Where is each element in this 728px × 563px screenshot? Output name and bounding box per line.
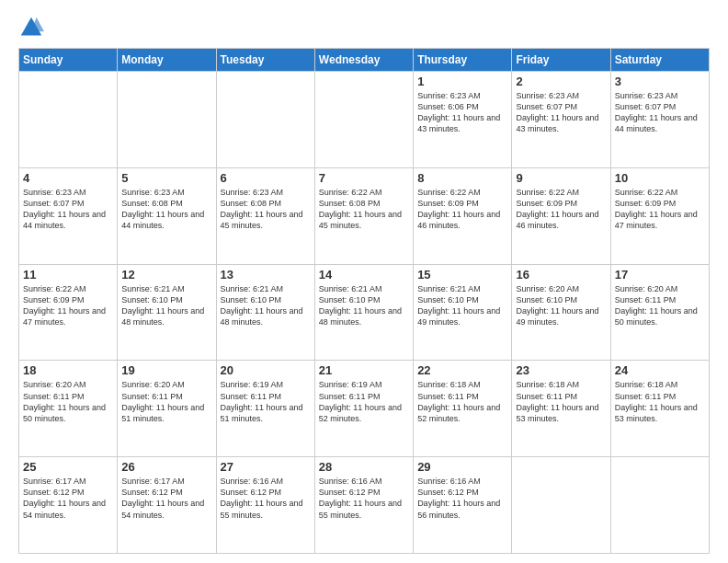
cell-sun-info: Sunrise: 6:16 AM Sunset: 6:12 PM Dayligh… (319, 476, 409, 521)
cell-sun-info: Sunrise: 6:19 AM Sunset: 6:11 PM Dayligh… (221, 379, 311, 424)
weekday-header-row: SundayMondayTuesdayWednesdayThursdayFrid… (19, 49, 710, 72)
cell-day-number: 17 (615, 268, 705, 282)
calendar-cell: 12Sunrise: 6:21 AM Sunset: 6:10 PM Dayli… (118, 264, 216, 361)
cell-day-number: 23 (516, 363, 606, 377)
calendar-cell: 27Sunrise: 6:16 AM Sunset: 6:12 PM Dayli… (216, 457, 314, 554)
cell-sun-info: Sunrise: 6:18 AM Sunset: 6:11 PM Dayligh… (516, 379, 606, 424)
calendar-cell: 20Sunrise: 6:19 AM Sunset: 6:11 PM Dayli… (216, 361, 314, 457)
cell-sun-info: Sunrise: 6:23 AM Sunset: 6:08 PM Dayligh… (121, 187, 211, 232)
cell-day-number: 15 (417, 268, 507, 282)
weekday-header: Saturday (610, 49, 709, 72)
calendar-cell: 18Sunrise: 6:20 AM Sunset: 6:11 PM Dayli… (19, 361, 118, 457)
cell-day-number: 28 (319, 460, 409, 474)
cell-day-number: 9 (516, 171, 606, 185)
calendar-cell: 26Sunrise: 6:17 AM Sunset: 6:12 PM Dayli… (118, 457, 216, 554)
cell-sun-info: Sunrise: 6:23 AM Sunset: 6:08 PM Dayligh… (221, 187, 311, 232)
cell-sun-info: Sunrise: 6:21 AM Sunset: 6:10 PM Dayligh… (319, 283, 409, 328)
cell-sun-info: Sunrise: 6:22 AM Sunset: 6:09 PM Dayligh… (23, 283, 113, 328)
cell-sun-info: Sunrise: 6:18 AM Sunset: 6:11 PM Dayligh… (615, 379, 705, 424)
calendar-cell: 19Sunrise: 6:20 AM Sunset: 6:11 PM Dayli… (118, 361, 216, 457)
cell-sun-info: Sunrise: 6:22 AM Sunset: 6:09 PM Dayligh… (417, 187, 507, 232)
calendar-week-row: 11Sunrise: 6:22 AM Sunset: 6:09 PM Dayli… (19, 264, 710, 361)
cell-day-number: 6 (221, 171, 311, 185)
logo (18, 15, 48, 40)
cell-day-number: 2 (516, 75, 606, 88)
cell-sun-info: Sunrise: 6:19 AM Sunset: 6:11 PM Dayligh… (319, 379, 409, 424)
weekday-header: Thursday (414, 49, 512, 72)
page: SundayMondayTuesdayWednesdayThursdayFrid… (0, 0, 728, 563)
cell-sun-info: Sunrise: 6:22 AM Sunset: 6:09 PM Dayligh… (615, 187, 705, 232)
calendar-week-row: 4Sunrise: 6:23 AM Sunset: 6:07 PM Daylig… (19, 167, 710, 264)
calendar-cell: 17Sunrise: 6:20 AM Sunset: 6:11 PM Dayli… (610, 264, 709, 361)
cell-day-number: 11 (23, 268, 113, 282)
cell-day-number: 21 (319, 363, 409, 377)
cell-sun-info: Sunrise: 6:21 AM Sunset: 6:10 PM Dayligh… (221, 283, 311, 328)
cell-sun-info: Sunrise: 6:18 AM Sunset: 6:11 PM Dayligh… (417, 379, 507, 424)
calendar-cell (118, 72, 216, 168)
calendar-cell: 7Sunrise: 6:22 AM Sunset: 6:08 PM Daylig… (314, 167, 413, 264)
calendar-cell: 24Sunrise: 6:18 AM Sunset: 6:11 PM Dayli… (610, 361, 709, 457)
cell-sun-info: Sunrise: 6:23 AM Sunset: 6:07 PM Dayligh… (516, 90, 606, 135)
calendar-cell (216, 72, 314, 168)
cell-sun-info: Sunrise: 6:22 AM Sunset: 6:08 PM Dayligh… (319, 187, 409, 232)
calendar-cell: 3Sunrise: 6:23 AM Sunset: 6:07 PM Daylig… (610, 72, 709, 168)
calendar-week-row: 25Sunrise: 6:17 AM Sunset: 6:12 PM Dayli… (19, 457, 710, 554)
weekday-header: Friday (512, 49, 610, 72)
calendar-cell: 21Sunrise: 6:19 AM Sunset: 6:11 PM Dayli… (314, 361, 413, 457)
calendar-cell: 25Sunrise: 6:17 AM Sunset: 6:12 PM Dayli… (19, 457, 118, 554)
calendar-cell: 2Sunrise: 6:23 AM Sunset: 6:07 PM Daylig… (512, 72, 610, 168)
cell-day-number: 14 (319, 268, 409, 282)
cell-day-number: 7 (319, 171, 409, 185)
cell-sun-info: Sunrise: 6:23 AM Sunset: 6:07 PM Dayligh… (23, 187, 113, 232)
cell-sun-info: Sunrise: 6:21 AM Sunset: 6:10 PM Dayligh… (417, 283, 507, 328)
cell-sun-info: Sunrise: 6:17 AM Sunset: 6:12 PM Dayligh… (23, 476, 113, 521)
cell-day-number: 5 (121, 171, 211, 185)
weekday-header: Monday (118, 49, 216, 72)
calendar-cell: 4Sunrise: 6:23 AM Sunset: 6:07 PM Daylig… (19, 167, 118, 264)
calendar-cell: 11Sunrise: 6:22 AM Sunset: 6:09 PM Dayli… (19, 264, 118, 361)
calendar-cell (19, 72, 118, 168)
calendar-cell: 15Sunrise: 6:21 AM Sunset: 6:10 PM Dayli… (414, 264, 512, 361)
cell-day-number: 20 (221, 363, 311, 377)
cell-day-number: 25 (23, 460, 113, 474)
cell-day-number: 13 (221, 268, 311, 282)
cell-day-number: 16 (516, 268, 606, 282)
cell-sun-info: Sunrise: 6:22 AM Sunset: 6:09 PM Dayligh… (516, 187, 606, 232)
cell-day-number: 1 (417, 75, 507, 88)
calendar-cell: 14Sunrise: 6:21 AM Sunset: 6:10 PM Dayli… (314, 264, 413, 361)
cell-sun-info: Sunrise: 6:23 AM Sunset: 6:07 PM Dayligh… (615, 90, 705, 135)
cell-day-number: 24 (615, 363, 705, 377)
cell-day-number: 19 (121, 363, 211, 377)
calendar-week-row: 1Sunrise: 6:23 AM Sunset: 6:06 PM Daylig… (19, 72, 710, 168)
calendar-cell: 22Sunrise: 6:18 AM Sunset: 6:11 PM Dayli… (414, 361, 512, 457)
cell-day-number: 27 (221, 460, 311, 474)
header (18, 15, 710, 40)
cell-day-number: 8 (417, 171, 507, 185)
calendar-cell: 28Sunrise: 6:16 AM Sunset: 6:12 PM Dayli… (314, 457, 413, 554)
cell-day-number: 22 (417, 363, 507, 377)
weekday-header: Wednesday (314, 49, 413, 72)
calendar-cell (610, 457, 709, 554)
cell-sun-info: Sunrise: 6:21 AM Sunset: 6:10 PM Dayligh… (121, 283, 211, 328)
logo-icon (18, 15, 44, 40)
cell-day-number: 10 (615, 171, 705, 185)
cell-day-number: 3 (615, 75, 705, 88)
calendar: SundayMondayTuesdayWednesdayThursdayFrid… (18, 48, 710, 554)
calendar-cell: 16Sunrise: 6:20 AM Sunset: 6:10 PM Dayli… (512, 264, 610, 361)
cell-sun-info: Sunrise: 6:20 AM Sunset: 6:11 PM Dayligh… (615, 283, 705, 328)
cell-sun-info: Sunrise: 6:20 AM Sunset: 6:11 PM Dayligh… (121, 379, 211, 424)
cell-sun-info: Sunrise: 6:17 AM Sunset: 6:12 PM Dayligh… (121, 476, 211, 521)
calendar-cell: 9Sunrise: 6:22 AM Sunset: 6:09 PM Daylig… (512, 167, 610, 264)
cell-day-number: 12 (121, 268, 211, 282)
calendar-week-row: 18Sunrise: 6:20 AM Sunset: 6:11 PM Dayli… (19, 361, 710, 457)
cell-sun-info: Sunrise: 6:16 AM Sunset: 6:12 PM Dayligh… (417, 476, 507, 521)
cell-sun-info: Sunrise: 6:23 AM Sunset: 6:06 PM Dayligh… (417, 90, 507, 135)
cell-sun-info: Sunrise: 6:20 AM Sunset: 6:10 PM Dayligh… (516, 283, 606, 328)
cell-day-number: 4 (23, 171, 113, 185)
calendar-cell: 1Sunrise: 6:23 AM Sunset: 6:06 PM Daylig… (414, 72, 512, 168)
cell-day-number: 26 (121, 460, 211, 474)
calendar-cell: 23Sunrise: 6:18 AM Sunset: 6:11 PM Dayli… (512, 361, 610, 457)
cell-sun-info: Sunrise: 6:20 AM Sunset: 6:11 PM Dayligh… (23, 379, 113, 424)
cell-sun-info: Sunrise: 6:16 AM Sunset: 6:12 PM Dayligh… (221, 476, 311, 521)
calendar-cell: 5Sunrise: 6:23 AM Sunset: 6:08 PM Daylig… (118, 167, 216, 264)
